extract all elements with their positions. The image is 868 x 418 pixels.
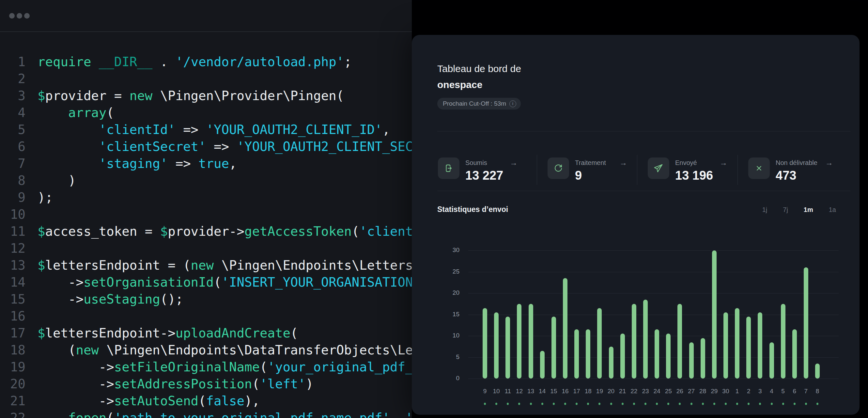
code-token: -> <box>37 377 114 391</box>
code-line: 6 'clientSecret' => 'YOUR_OAUTH2_CLIENT_… <box>0 138 412 155</box>
y-axis-label: 15 <box>438 311 460 318</box>
bar-day-17[interactable] <box>574 329 579 379</box>
gridline <box>468 250 839 251</box>
code-line: 12 <box>0 240 412 257</box>
code-token: access_token = <box>45 224 160 239</box>
code-token: ( <box>37 343 76 357</box>
code-token: setOrganisationId <box>84 275 214 289</box>
code-token: ( <box>290 326 298 340</box>
bar-day-21[interactable] <box>620 334 625 379</box>
bar-day-16[interactable] <box>563 278 567 379</box>
y-axis-label: 5 <box>438 353 460 360</box>
code-token: false <box>206 393 244 408</box>
bar-day-24[interactable] <box>655 329 659 379</box>
code-token: __DIR__ <box>99 55 152 69</box>
x-axis-label: 9 <box>478 388 491 395</box>
bar-day-4[interactable] <box>770 342 774 379</box>
bar-day-3[interactable] <box>758 312 762 379</box>
code-token <box>37 122 99 137</box>
code-token: ), <box>244 393 260 408</box>
code-token: \Pingen\Provider\Pingen( <box>152 89 344 103</box>
bar-day-13[interactable] <box>529 304 533 379</box>
bar-day-5[interactable] <box>781 304 785 379</box>
code-text: ->setFileOriginalName('your_original_pdf… <box>37 360 412 374</box>
code-line: 1require __DIR__ . '/vendor/autoload.php… <box>0 54 412 70</box>
window-dot[interactable] <box>17 13 22 19</box>
line-number: 21 <box>0 392 26 410</box>
day-dot <box>656 403 658 405</box>
x-axis-label: 30 <box>719 388 732 395</box>
bar-day-30[interactable] <box>723 312 728 379</box>
code-token: 'YOUR_OAUTH2_CLIENT_SECRET' <box>237 139 412 154</box>
code-token: $ <box>37 224 45 239</box>
day-dot <box>576 403 578 405</box>
code-token: setAddressPosition <box>114 377 252 391</box>
bar-day-15[interactable] <box>552 317 556 379</box>
bar-day-20[interactable] <box>609 347 614 379</box>
bar-day-28[interactable] <box>701 338 705 379</box>
window-dot[interactable] <box>9 13 15 19</box>
bar-day-22[interactable] <box>632 304 636 379</box>
x-axis-label: 17 <box>570 388 583 395</box>
bar-day-6[interactable] <box>792 329 797 379</box>
code-token: 'YOUR_OAUTH2_CLIENT_ID' <box>206 122 382 137</box>
code-token: lettersEndpoint-> <box>45 326 175 340</box>
day-dot <box>771 403 773 405</box>
bar-day-29[interactable] <box>712 250 717 379</box>
code-token: uploadAndCreate <box>176 326 290 340</box>
code-text: ->setOrganisationId('INSERT_YOUR_ORGANIS… <box>37 275 412 289</box>
code-token: $ <box>37 89 45 103</box>
bar-day-2[interactable] <box>746 317 751 379</box>
line-number: 8 <box>0 172 26 189</box>
x-axis-label: 22 <box>627 388 641 395</box>
bar-day-10[interactable] <box>494 312 499 379</box>
line-number: 15 <box>0 291 26 308</box>
code-token: ) <box>37 173 76 188</box>
bar-day-19[interactable] <box>597 308 602 379</box>
code-token: $ <box>37 326 45 340</box>
bar-day-26[interactable] <box>677 304 682 379</box>
code-line: 4 array( <box>0 104 412 121</box>
bar-day-7[interactable] <box>804 267 808 379</box>
day-dot <box>667 403 669 405</box>
code-line: 10 <box>0 206 412 223</box>
bar-day-25[interactable] <box>666 334 671 379</box>
x-axis-label: 26 <box>673 388 686 395</box>
y-axis-label: 30 <box>438 246 460 254</box>
x-axis-label: 18 <box>582 388 594 395</box>
code-token: 'client_credentials' <box>359 224 412 239</box>
bar-day-11[interactable] <box>505 317 510 379</box>
bar-day-14[interactable] <box>540 351 545 379</box>
bar-day-8[interactable] <box>815 363 820 379</box>
bar-day-27[interactable] <box>689 342 694 379</box>
bar-day-18[interactable] <box>586 329 590 379</box>
send-statistics-chart: 0510152025309101112131415161718192021222… <box>412 35 860 415</box>
gridline <box>468 293 839 293</box>
window-dot[interactable] <box>24 13 30 19</box>
line-number: 4 <box>0 104 26 121</box>
code-token: (); <box>160 292 183 307</box>
code-token: $ <box>37 258 45 273</box>
x-axis-label: 19 <box>593 388 606 395</box>
gridline <box>468 379 839 379</box>
code-line: 2 <box>0 70 412 88</box>
line-number: 9 <box>0 189 26 206</box>
bar-day-1[interactable] <box>735 308 739 379</box>
code-token <box>37 411 68 418</box>
code-token: setAutoSend <box>114 393 198 408</box>
code-text: ->useStaging(); <box>37 292 183 307</box>
code-token: -> <box>37 393 114 408</box>
x-axis-label: 11 <box>501 388 514 395</box>
x-axis-label: 3 <box>753 388 767 395</box>
code-token: provider = <box>45 89 129 103</box>
bar-day-23[interactable] <box>643 300 648 379</box>
line-number: 5 <box>0 121 26 138</box>
code-area: 1require __DIR__ . '/vendor/autoload.php… <box>0 32 412 418</box>
code-token <box>37 156 99 171</box>
code-token: '/vendor/autoload.php' <box>176 55 344 69</box>
x-axis-label: 16 <box>559 388 572 395</box>
bar-day-9[interactable] <box>483 308 487 379</box>
line-number: 16 <box>0 308 26 325</box>
code-token: , <box>229 156 237 171</box>
bar-day-12[interactable] <box>517 304 522 379</box>
